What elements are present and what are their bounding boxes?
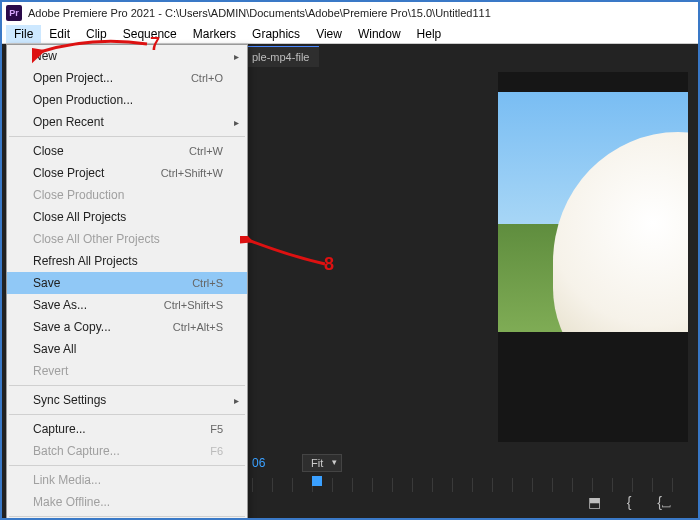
menu-item-label: Batch Capture... [33, 444, 120, 458]
menu-item-save[interactable]: SaveCtrl+S [7, 272, 247, 294]
tab-strip: ple-mp4-file [242, 44, 319, 68]
menu-item-new[interactable]: New [7, 45, 247, 67]
menu-item-open-recent[interactable]: Open Recent [7, 111, 247, 133]
menu-file[interactable]: File [6, 25, 41, 43]
menu-view[interactable]: View [308, 25, 350, 43]
playhead-icon[interactable] [312, 476, 322, 486]
menu-item-label: Close Project [33, 166, 104, 180]
menu-item-label: Make Offline... [33, 495, 110, 509]
menu-clip[interactable]: Clip [78, 25, 115, 43]
menu-item-shortcut: Ctrl+O [191, 72, 223, 84]
menu-item-save-a-copy[interactable]: Save a Copy...Ctrl+Alt+S [7, 316, 247, 338]
menu-markers[interactable]: Markers [185, 25, 244, 43]
menu-item-capture[interactable]: Capture...F5 [7, 418, 247, 440]
menu-item-close-project[interactable]: Close ProjectCtrl+Shift+W [7, 162, 247, 184]
menu-item-shortcut: F5 [210, 423, 223, 435]
menu-item-shortcut: F6 [210, 445, 223, 457]
menu-item-make-offline: Make Offline... [7, 491, 247, 513]
add-marker-icon[interactable]: ⬒ [588, 494, 601, 510]
menu-item-label: Close Production [33, 188, 124, 202]
menu-separator [9, 465, 245, 466]
menu-window[interactable]: Window [350, 25, 409, 43]
menu-item-refresh-all-projects[interactable]: Refresh All Projects [7, 250, 247, 272]
menu-item-label: Capture... [33, 422, 86, 436]
timecode[interactable]: 06 [252, 456, 265, 470]
menu-sequence[interactable]: Sequence [115, 25, 185, 43]
menu-item-close[interactable]: CloseCtrl+W [7, 140, 247, 162]
file-menu-dropdown: NewOpen Project...Ctrl+OOpen Production.… [6, 44, 248, 520]
menu-help[interactable]: Help [409, 25, 450, 43]
menu-edit[interactable]: Edit [41, 25, 78, 43]
menu-item-shortcut: Ctrl+Shift+S [164, 299, 223, 311]
source-tab[interactable]: ple-mp4-file [242, 46, 319, 67]
menu-item-label: Close [33, 144, 64, 158]
menu-separator [9, 385, 245, 386]
mark-out-icon[interactable]: {⎵ [657, 494, 670, 510]
menu-item-shortcut: Ctrl+W [189, 145, 223, 157]
menu-item-label: New [33, 49, 57, 63]
menubar: FileEditClipSequenceMarkersGraphicsViewW… [2, 24, 698, 44]
menu-item-sync-settings[interactable]: Sync Settings [7, 389, 247, 411]
menu-item-shortcut: Ctrl+S [192, 277, 223, 289]
app-icon: Pr [6, 5, 22, 21]
window-title: Adobe Premiere Pro 2021 - C:\Users\ADMIN… [28, 7, 491, 19]
menu-item-open-production[interactable]: Open Production... [7, 89, 247, 111]
menu-item-shortcut: Ctrl+Alt+S [173, 321, 223, 333]
menu-item-link-media: Link Media... [7, 469, 247, 491]
menu-item-revert: Revert [7, 360, 247, 382]
menu-separator [9, 414, 245, 415]
menu-item-label: Save [33, 276, 60, 290]
menu-item-shortcut: Ctrl+Shift+W [161, 167, 223, 179]
menu-item-close-production: Close Production [7, 184, 247, 206]
menu-item-label: Open Project... [33, 71, 113, 85]
menu-item-label: Close All Projects [33, 210, 126, 224]
menu-item-label: Refresh All Projects [33, 254, 138, 268]
menu-item-label: Open Recent [33, 115, 104, 129]
zoom-fit-selector[interactable]: Fit [302, 454, 342, 472]
video-frame [498, 92, 688, 332]
transport-controls: ⬒ { {⎵ [422, 490, 688, 514]
menu-item-save-all[interactable]: Save All [7, 338, 247, 360]
menu-item-label: Sync Settings [33, 393, 106, 407]
menu-item-label: Save a Copy... [33, 320, 111, 334]
program-monitor [498, 72, 688, 442]
menu-item-label: Close All Other Projects [33, 232, 160, 246]
menu-item-open-project[interactable]: Open Project...Ctrl+O [7, 67, 247, 89]
menu-item-label: Link Media... [33, 473, 101, 487]
titlebar: Pr Adobe Premiere Pro 2021 - C:\Users\AD… [2, 2, 698, 24]
menu-separator [9, 516, 245, 517]
menu-graphics[interactable]: Graphics [244, 25, 308, 43]
menu-item-label: Open Production... [33, 93, 133, 107]
menu-item-save-as[interactable]: Save As...Ctrl+Shift+S [7, 294, 247, 316]
menu-item-label: Save As... [33, 298, 87, 312]
mark-in-icon[interactable]: { [627, 494, 632, 510]
menu-item-label: Save All [33, 342, 76, 356]
menu-item-label: Revert [33, 364, 68, 378]
menu-item-batch-capture: Batch Capture...F6 [7, 440, 247, 462]
menu-item-close-all-other-projects: Close All Other Projects [7, 228, 247, 250]
menu-separator [9, 136, 245, 137]
menu-item-close-all-projects[interactable]: Close All Projects [7, 206, 247, 228]
